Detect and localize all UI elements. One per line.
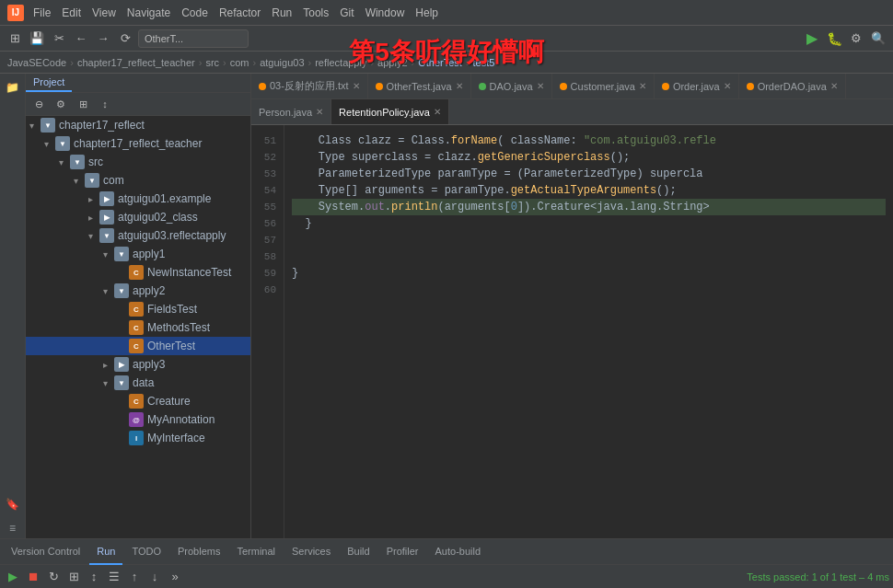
editor-tab-1[interactable]: OtherTest.java✕ (368, 74, 471, 99)
tree-item-apply3[interactable]: ▸▶apply3 (26, 355, 250, 374)
run-stop[interactable]: ⏹ (24, 568, 42, 586)
structure-toggle[interactable]: ≡ (3, 518, 23, 538)
tree-item-othertest[interactable]: COtherTest (26, 337, 250, 355)
tab-close-3[interactable]: ✕ (639, 81, 646, 91)
tree-item-com[interactable]: ▾▼com (26, 171, 250, 190)
sidebar-settings[interactable]: ⚙ (52, 95, 70, 113)
breadcrumb-item-4[interactable]: atguigu03 (260, 57, 304, 68)
editor-tab-sec-0[interactable]: Person.java✕ (251, 99, 331, 125)
editor-tab-5[interactable]: OrderDAO.java✕ (739, 74, 846, 99)
breadcrumb-item-1[interactable]: chapter17_reflect_teacher (77, 57, 195, 68)
bottom-tab-0[interactable]: Version Control (4, 539, 87, 565)
tree-item-chapter17t[interactable]: ▾▼chapter17_reflect_teacher (26, 134, 250, 153)
toolbar-btn-3[interactable]: ✂ (50, 29, 68, 48)
debug-button[interactable]: 🐛 (825, 29, 843, 48)
tree-item-data[interactable]: ▾▼data (26, 374, 250, 392)
tree-arrow-apply2: ▾ (103, 286, 114, 296)
editor-tab-2[interactable]: DAO.java✕ (471, 74, 552, 99)
menu-edit[interactable]: Edit (62, 6, 81, 19)
menu-window[interactable]: Window (365, 6, 405, 19)
toolbar-btn-back[interactable]: ← (72, 29, 90, 48)
run-button[interactable]: ▶ (803, 29, 821, 48)
toolbar-btn-1[interactable]: ⊞ (6, 29, 24, 48)
editor-tab-0[interactable]: 03-反射的应用.txt✕ (251, 74, 368, 99)
editor-tab-4[interactable]: Order.java✕ (655, 74, 739, 99)
menu-run[interactable]: Run (272, 6, 292, 19)
menu-navigate[interactable]: Navigate (127, 6, 170, 19)
run-filter[interactable]: ⊞ (64, 568, 83, 586)
project-tree[interactable]: ▾▼chapter17_reflect▾▼chapter17_reflect_t… (26, 116, 250, 538)
bottom-tab-5[interactable]: Services (284, 539, 338, 565)
menu-git[interactable]: Git (340, 6, 354, 19)
tree-item-creature[interactable]: CCreature (26, 392, 250, 410)
editor-tab-3[interactable]: Customer.java✕ (552, 74, 655, 99)
run-play[interactable]: ▶ (4, 568, 22, 586)
tab-close-4[interactable]: ✕ (724, 81, 731, 91)
bottom-tab-6[interactable]: Build (340, 539, 377, 565)
sidebar-tab-project[interactable]: Project (26, 74, 72, 92)
breadcrumb-item-2[interactable]: src (205, 57, 219, 68)
project-toggle[interactable]: 📁 (3, 77, 23, 98)
bottom-tab-4[interactable]: Terminal (229, 539, 283, 565)
bookmarks-toggle[interactable]: 🔖 (3, 494, 23, 514)
tree-item-fields[interactable]: CFieldsTest (26, 300, 250, 318)
toolbar-btn-forward[interactable]: → (94, 29, 112, 48)
tree-item-methods[interactable]: CMethodsTest (26, 318, 250, 337)
run-expand[interactable]: » (166, 568, 184, 586)
folder-icon: ▼ (99, 228, 114, 243)
bottom-tab-1[interactable]: Run (89, 539, 122, 565)
tab-close-0[interactable]: ✕ (353, 81, 360, 91)
bottom-tab-3[interactable]: Problems (170, 539, 227, 565)
run-sort[interactable]: ↕ (85, 568, 103, 586)
tab-dot-2 (479, 83, 486, 90)
tree-item-newinstance[interactable]: CNewInstanceTest (26, 263, 250, 282)
tree-item-apply2[interactable]: ▾▼apply2 (26, 282, 250, 300)
sidebar-layout[interactable]: ⊞ (74, 95, 92, 113)
bottom-tab-7[interactable]: Profiler (379, 539, 426, 565)
menu-view[interactable]: View (92, 6, 116, 19)
breadcrumb-item-7[interactable]: OtherTest (418, 57, 462, 68)
sidebar-sort[interactable]: ↕ (96, 95, 114, 113)
search-everywhere[interactable]: 🔍 (869, 29, 887, 48)
tree-item-atguigu02[interactable]: ▸▶atguigu02_class (26, 208, 250, 226)
settings-button[interactable]: ⚙ (847, 29, 865, 48)
run-more[interactable]: ☰ (105, 568, 123, 586)
breadcrumb-item-8[interactable]: test5 (473, 57, 495, 68)
tree-item-myinterface[interactable]: IMyInterface (26, 429, 250, 447)
menu-file[interactable]: File (33, 6, 51, 19)
toolbar-search[interactable] (138, 29, 249, 48)
sec-tab-close-0[interactable]: ✕ (316, 107, 323, 117)
breadcrumb-item-6[interactable]: apply2 (377, 57, 407, 68)
tree-item-atguigu01[interactable]: ▸▶atguigu01.example (26, 190, 250, 208)
menu-code[interactable]: Code (181, 6, 208, 19)
breadcrumb-item-3[interactable]: com (230, 57, 249, 68)
menu-bar[interactable]: File Edit View Navigate Code Refactor Ru… (33, 6, 438, 19)
tab-close-1[interactable]: ✕ (456, 81, 463, 91)
tree-item-apply1[interactable]: ▾▼apply1 (26, 245, 250, 263)
toolbar-btn-2[interactable]: 💾 (28, 29, 46, 48)
breadcrumb-item-5[interactable]: reflectapply (315, 57, 366, 68)
bottom-tab-2[interactable]: TODO (124, 539, 168, 565)
breadcrumb-item-0[interactable]: JavaSECode (7, 57, 66, 68)
run-rerun[interactable]: ↻ (44, 568, 63, 586)
tab-close-2[interactable]: ✕ (537, 81, 544, 91)
code-content[interactable]: Class clazz = Class.forName( className: … (284, 125, 893, 538)
editor-tab-sec-1[interactable]: RetentionPolicy.java✕ (331, 99, 449, 125)
tab-close-5[interactable]: ✕ (830, 81, 838, 91)
tree-item-chapter17[interactable]: ▾▼chapter17_reflect (26, 116, 250, 134)
sidebar-collapse-all[interactable]: ⊖ (29, 95, 48, 113)
java-class-icon: C (129, 394, 144, 409)
run-up[interactable]: ↑ (125, 568, 144, 586)
sec-tab-close-1[interactable]: ✕ (434, 107, 441, 117)
bottom-tab-8[interactable]: Auto-build (428, 539, 489, 565)
run-down[interactable]: ↓ (145, 568, 164, 586)
menu-refactor[interactable]: Refactor (219, 6, 261, 19)
bottom-tabs: Version ControlRunTODOProblemsTerminalSe… (0, 539, 893, 565)
menu-tools[interactable]: Tools (303, 6, 329, 19)
toolbar-btn-5[interactable]: ⟳ (116, 29, 134, 48)
menu-help[interactable]: Help (415, 6, 438, 19)
tree-item-atguigu03[interactable]: ▾▼atguigu03.reflectapply (26, 226, 250, 245)
tree-item-myanno[interactable]: @MyAnnotation (26, 410, 250, 429)
tree-item-src[interactable]: ▾▼src (26, 153, 250, 171)
code-editor[interactable]: 51525354555657585960 Class clazz = Class… (251, 125, 893, 538)
